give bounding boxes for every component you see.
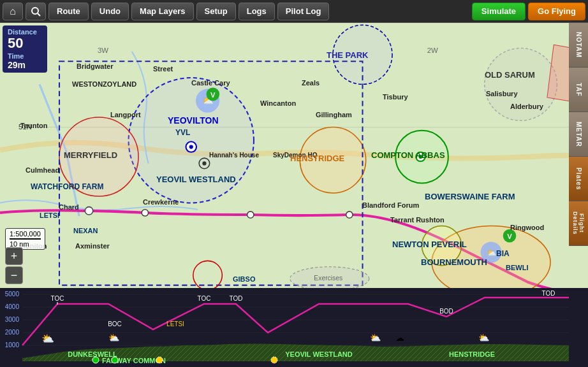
svg-text:LETSI: LETSI [166, 320, 184, 327]
svg-text:3000: 3000 [5, 316, 20, 323]
metar-button[interactable]: METAR [569, 112, 588, 157]
svg-text:⛅: ⛅ [370, 333, 381, 343]
svg-point-20 [202, 161, 206, 165]
undo-button[interactable]: Undo [91, 3, 129, 20]
svg-text:Exercises: Exercises [314, 275, 342, 282]
svg-point-13 [85, 207, 92, 215]
svg-point-5 [300, 127, 365, 193]
svg-point-7 [485, 48, 557, 121]
simulate-button[interactable]: Simulate [472, 3, 526, 20]
svg-text:⛅: ⛅ [108, 333, 120, 343]
time-value: 29m [8, 60, 42, 70]
taf-button[interactable]: TAF [569, 68, 588, 112]
elevation-profile: 5000 4000 3000 2000 1000 ⛅ ⛅ ⛅ ☁ ⛅ TOC B… [0, 288, 588, 367]
svg-text:⛅: ⛅ [41, 333, 54, 345]
elevation-svg: 5000 4000 3000 2000 1000 ⛅ ⛅ ⛅ ☁ ⛅ TOC B… [0, 288, 588, 367]
map-view[interactable]: ⛅ ⛅ V V 3W 2W East 51N Exercises Bridgwa… [0, 23, 588, 288]
pilotlog-button[interactable]: Pilot Log [277, 3, 330, 20]
zoom-in-button[interactable]: + [5, 247, 23, 265]
svg-text:TOD: TOD [230, 295, 243, 302]
notam-button[interactable]: NOTAM [569, 23, 588, 68]
svg-text:YEOVIL WESTLAND: YEOVIL WESTLAND [285, 350, 353, 358]
svg-text:51N: 51N [18, 123, 32, 131]
svg-point-18 [189, 145, 193, 148]
svg-text:2000: 2000 [5, 329, 20, 336]
svg-text:3W: 3W [98, 47, 108, 54]
svg-text:4000: 4000 [5, 303, 20, 310]
svg-point-3 [129, 78, 254, 203]
svg-point-14 [142, 210, 148, 216]
svg-text:TOD: TOD [542, 290, 555, 297]
logs-button[interactable]: Logs [239, 3, 275, 20]
svg-text:☁: ☁ [395, 333, 404, 343]
flight-details-button[interactable]: Flight Details [569, 201, 588, 246]
svg-text:V: V [210, 91, 216, 99]
goflying-button[interactable]: Go Flying [528, 3, 585, 20]
svg-point-0 [32, 8, 38, 14]
maplayers-button[interactable]: Map Layers [131, 3, 194, 20]
route-button[interactable]: Route [48, 3, 89, 20]
svg-point-15 [247, 212, 254, 218]
svg-point-11 [422, 226, 462, 266]
svg-text:1000: 1000 [5, 342, 20, 349]
zoom-out-button[interactable]: − [5, 266, 23, 284]
scale-ratio: 1:500,000 [10, 230, 41, 238]
svg-text:BOD: BOD [439, 308, 453, 315]
zoom-controls: + − [5, 247, 23, 284]
info-panel: Distance 50 Time 29m [3, 25, 47, 73]
search-icon [31, 6, 41, 17]
distance-value: 50 [8, 36, 42, 51]
scale-display: 1:500,000 10 nm [5, 228, 45, 250]
svg-text:TOC: TOC [198, 295, 211, 302]
svg-point-71 [112, 357, 118, 363]
search-button[interactable] [26, 3, 46, 20]
svg-line-1 [38, 13, 40, 16]
plates-button[interactable]: Plates [569, 157, 588, 201]
svg-text:HENSTRIDGE: HENSTRIDGE [449, 350, 495, 358]
svg-text:BOC: BOC [108, 320, 122, 327]
svg-point-22 [418, 155, 422, 159]
map-svg: ⛅ ⛅ V V 3W 2W East 51N Exercises [0, 23, 588, 288]
svg-text:⛅: ⛅ [478, 333, 490, 343]
svg-point-70 [92, 357, 99, 363]
home-button[interactable]: ⌂ [3, 3, 23, 20]
setup-button[interactable]: Setup [196, 3, 236, 20]
svg-text:5000: 5000 [5, 291, 20, 298]
time-label: Time [8, 52, 42, 60]
svg-text:TOC: TOC [51, 295, 64, 302]
svg-text:2W: 2W [427, 47, 438, 54]
svg-point-4 [59, 117, 138, 196]
svg-point-72 [156, 357, 163, 363]
svg-text:⛅: ⛅ [487, 248, 497, 258]
right-panel-buttons: NOTAM TAF METAR Plates Flight Details [569, 23, 588, 246]
svg-point-16 [346, 212, 353, 218]
svg-point-73 [271, 357, 277, 363]
svg-text:V: V [507, 233, 512, 240]
top-navigation: ⌂ Route Undo Map Layers Setup Logs Pilot… [0, 0, 588, 23]
